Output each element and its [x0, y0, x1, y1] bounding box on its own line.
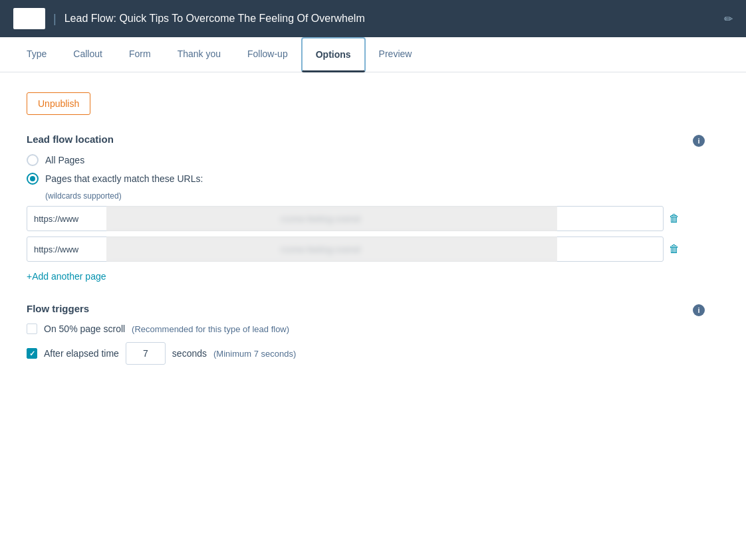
flow-triggers-info-icon[interactable]: i [693, 304, 705, 316]
delete-url-2-icon[interactable]: 🗑 [669, 243, 680, 255]
wildcards-note: (wildcards supported) [45, 191, 680, 201]
checkbox-scroll-input[interactable] [27, 324, 37, 334]
tab-preview[interactable]: Preview [366, 38, 426, 72]
flow-triggers-section: Flow triggers On 50% page scroll (Recomm… [27, 303, 705, 373]
radio-all-pages-label: All Pages [45, 155, 84, 165]
url-input-2[interactable] [27, 236, 664, 262]
header-logo [13, 8, 45, 29]
url-input-wrapper-1 [27, 206, 664, 231]
url-input-wrapper-2 [27, 236, 664, 262]
delete-url-1-icon[interactable]: 🗑 [669, 213, 680, 225]
checkbox-scroll-label: On 50% page scroll (Recommended for this… [44, 324, 289, 334]
elapsed-time-input[interactable] [126, 342, 166, 365]
nav-tabs: Type Callout Form Thank you Follow-up Op… [0, 37, 746, 72]
checkbox-elapsed-input[interactable] [27, 348, 37, 359]
lead-flow-location-title: Lead flow location [27, 134, 680, 145]
tab-thank-you[interactable]: Thank you [164, 38, 234, 72]
lead-flow-location-info-icon[interactable]: i [693, 135, 705, 147]
url-input-row-2: 🗑 [27, 236, 680, 262]
lead-flow-location-section: Lead flow location All Pages Pages that … [27, 134, 705, 282]
radio-exact-match-input[interactable] [27, 173, 39, 185]
tab-form[interactable]: Form [116, 38, 164, 72]
url-input-1[interactable] [27, 206, 664, 231]
elapsed-unit-label: seconds [172, 348, 207, 359]
elapsed-minimum-label: (Minimum 7 seconds) [213, 349, 296, 359]
checkbox-elapsed-label: After elapsed time [44, 348, 119, 359]
radio-exact-match-label: Pages that exactly match these URLs: [45, 173, 203, 184]
header: | Lead Flow: Quick Tips To Overcome The … [0, 0, 746, 37]
tab-options[interactable]: Options [301, 37, 366, 72]
tab-callout[interactable]: Callout [60, 38, 116, 72]
radio-all-pages[interactable]: All Pages [27, 154, 680, 166]
main-content: Unpublish Lead flow location All Pages P… [0, 72, 731, 393]
header-divider: | [53, 12, 57, 26]
tab-follow-up[interactable]: Follow-up [234, 38, 301, 72]
url-input-row-1: 🗑 [27, 206, 680, 231]
flow-triggers-title: Flow triggers [27, 303, 680, 314]
edit-icon[interactable]: ✏ [724, 13, 733, 25]
radio-all-pages-input[interactable] [27, 154, 39, 166]
unpublish-button[interactable]: Unpublish [27, 92, 90, 115]
tab-type[interactable]: Type [13, 38, 60, 72]
checkbox-scroll[interactable]: On 50% page scroll (Recommended for this… [27, 324, 680, 334]
add-another-page-link[interactable]: +Add another page [27, 271, 106, 282]
checkbox-elapsed[interactable]: After elapsed time seconds (Minimum 7 se… [27, 342, 680, 365]
header-title: Lead Flow: Quick Tips To Overcome The Fe… [64, 13, 717, 25]
radio-exact-match[interactable]: Pages that exactly match these URLs: [27, 173, 680, 185]
